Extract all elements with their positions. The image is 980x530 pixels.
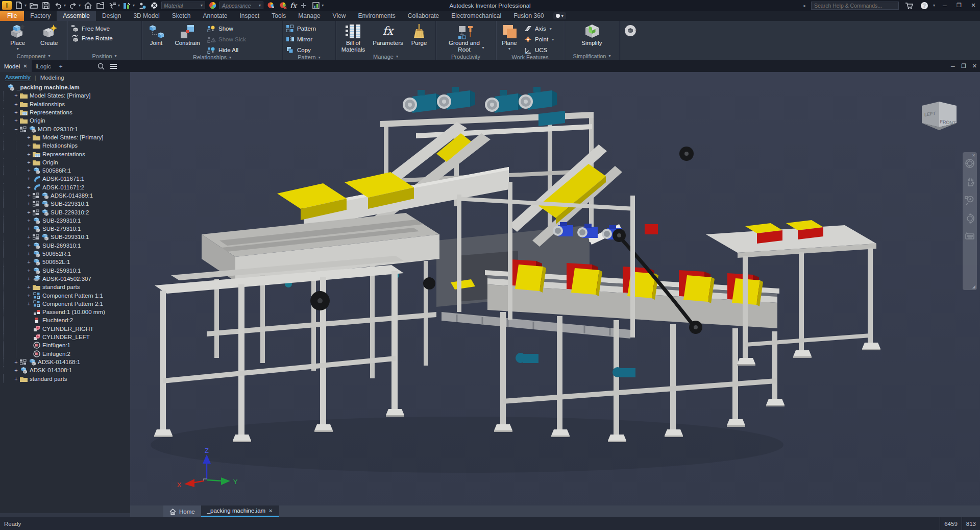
- tree-item[interactable]: +ADSK-011671:2: [0, 183, 130, 191]
- ucs-button[interactable]: UCS: [524, 46, 554, 54]
- browser-menu-icon[interactable]: [110, 63, 117, 69]
- navbar-close-icon[interactable]: ✕: [972, 153, 975, 158]
- tab-inspect[interactable]: Inspect: [234, 11, 266, 21]
- panel-label-work-features[interactable]: Work Features: [496, 54, 564, 60]
- panel-label-pattern[interactable]: Pattern▾: [283, 54, 335, 60]
- constrain-button[interactable]: Constrain: [172, 22, 203, 46]
- restore-button[interactable]: ❐: [954, 2, 964, 9]
- tab-3d-model[interactable]: 3D Model: [127, 11, 165, 21]
- tree-expander[interactable]: +: [26, 301, 32, 307]
- navigation-wheel-icon[interactable]: [965, 158, 975, 168]
- tree-item[interactable]: +ADSK-014389:1: [0, 191, 130, 200]
- parameters-button[interactable]: fx Parameters: [371, 22, 405, 46]
- tree-item[interactable]: Passend:1 (10.000 mm): [0, 308, 130, 316]
- free-move-button[interactable]: Free Move: [70, 25, 113, 33]
- panel-label-position[interactable]: Position▾: [67, 52, 141, 60]
- undo-icon[interactable]: [53, 1, 63, 10]
- tree-item[interactable]: +ADSK-014168:1: [0, 358, 130, 366]
- tab-factory[interactable]: Factory: [24, 11, 57, 21]
- minimize-button[interactable]: ─: [940, 3, 949, 9]
- tree-expander[interactable]: +: [26, 201, 32, 207]
- bill-of-materials-button[interactable]: Bill of Materials: [339, 22, 368, 53]
- doc-restore-button[interactable]: ❐: [961, 63, 966, 69]
- qat-customize-dropdown[interactable]: ▾: [322, 3, 324, 8]
- tree-expander[interactable]: +: [26, 176, 32, 182]
- tree-item[interactable]: +Model States: [Primary]: [0, 91, 130, 100]
- tree-item[interactable]: −MOD-029310:1: [0, 125, 130, 133]
- open-icon[interactable]: [29, 1, 39, 10]
- measure-dropdown[interactable]: ▾: [133, 3, 135, 8]
- tab-document[interactable]: _packing machine.iam ✕: [201, 505, 279, 517]
- measure-icon[interactable]: [122, 1, 132, 10]
- tree-expander[interactable]: +: [26, 134, 32, 140]
- tree-item[interactable]: +SUB-299310:1: [0, 233, 130, 241]
- joint-button[interactable]: Joint: [145, 22, 167, 46]
- tree-expander[interactable]: +: [26, 218, 32, 224]
- home-icon[interactable]: [83, 1, 93, 10]
- tree-item[interactable]: +Component Pattern 2:1: [0, 300, 130, 308]
- pan-icon[interactable]: [965, 177, 975, 187]
- tab-assemble[interactable]: Assemble: [57, 11, 96, 21]
- tree-expander[interactable]: +: [26, 284, 32, 290]
- tree-item[interactable]: +Representations: [0, 150, 130, 158]
- tree-item[interactable]: +500652R:1: [0, 250, 130, 258]
- tree-expander[interactable]: +: [26, 151, 32, 157]
- new-file-icon[interactable]: [14, 1, 24, 10]
- panel-label-simplification[interactable]: Simplification▾: [565, 52, 619, 60]
- tree-expander[interactable]: +: [26, 192, 32, 199]
- panel-label-manage[interactable]: Manage▾: [336, 53, 435, 60]
- plane-button[interactable]: Plane▾: [499, 22, 520, 51]
- tree-item[interactable]: +ADSK-011671:1: [0, 175, 130, 183]
- tree-expander[interactable]: +: [26, 276, 32, 282]
- user-icon[interactable]: [137, 1, 147, 10]
- view-cube[interactable]: LEFT FRONT: [919, 99, 960, 139]
- clear-appearance-icon[interactable]: [278, 1, 288, 10]
- tab-view[interactable]: View: [327, 11, 352, 21]
- navbar-expand-icon[interactable]: ◢: [972, 284, 975, 289]
- tree-expander[interactable]: +: [13, 376, 19, 382]
- tree-item[interactable]: +Relationships: [0, 100, 130, 108]
- tree-item[interactable]: +Component Pattern 1:1: [0, 291, 130, 299]
- tree-item[interactable]: +SUB-239310:1: [0, 216, 130, 225]
- tree-item[interactable]: CYLINDER_LEFT: [0, 333, 130, 341]
- doc-minimize-button[interactable]: ─: [951, 63, 955, 69]
- tree-item[interactable]: +ADSK-014308:1: [0, 366, 130, 374]
- doc-close-button[interactable]: ✕: [972, 63, 977, 69]
- zoom-icon[interactable]: [965, 195, 975, 205]
- tree-expander[interactable]: +: [13, 92, 19, 99]
- redo-icon[interactable]: [68, 1, 78, 10]
- tree-item[interactable]: +Model States: [Primary]: [0, 133, 130, 141]
- purge-button[interactable]: Purge: [408, 22, 430, 46]
- bom-quick-icon[interactable]: [311, 1, 321, 10]
- close-button[interactable]: ✕: [969, 2, 978, 9]
- help-dropdown[interactable]: ▾: [933, 3, 935, 8]
- tab-design[interactable]: Design: [96, 11, 127, 21]
- new-file-dropdown[interactable]: ▾: [24, 3, 27, 8]
- tab-sketch[interactable]: Sketch: [166, 11, 197, 21]
- ground-and-root-button[interactable]: Ground and Root▾: [446, 22, 486, 53]
- tree-expander[interactable]: +: [26, 142, 32, 149]
- record-button[interactable]: ▾: [553, 12, 567, 19]
- tree-item[interactable]: +Origin: [0, 158, 130, 166]
- viewport-3d[interactable]: LEFT FRONT ✕ ◢ Z Y X: [130, 72, 980, 505]
- inventor-logo-icon[interactable]: I: [2, 1, 12, 10]
- tree-expander[interactable]: +: [26, 243, 32, 249]
- tree-item[interactable]: +standard parts: [0, 374, 130, 382]
- appearance-combo[interactable]: Appearance▾: [219, 2, 263, 9]
- tree-item[interactable]: +ADSK-014502:307: [0, 275, 130, 283]
- ribbon-extra-dropdown[interactable]: ▾: [634, 28, 636, 60]
- tree-expander[interactable]: +: [13, 367, 19, 373]
- tree-expander[interactable]: +: [26, 226, 32, 232]
- adjust-appearance-icon[interactable]: [265, 1, 276, 10]
- tree-item[interactable]: +500652L:1: [0, 258, 130, 266]
- panel-label-productivity[interactable]: Productivity: [436, 53, 496, 60]
- isolate-dropdown[interactable]: ▾: [118, 3, 120, 8]
- simplify-button[interactable]: Simplify: [578, 22, 606, 46]
- tree-expander[interactable]: +: [26, 259, 32, 265]
- tree-item[interactable]: +SUB-279310:1: [0, 225, 130, 233]
- tab-tools[interactable]: Tools: [265, 11, 292, 21]
- copy-button[interactable]: Copy: [286, 46, 316, 54]
- pattern-button[interactable]: Pattern: [286, 25, 316, 33]
- panel-label-relationships[interactable]: Relationships▾: [142, 54, 282, 60]
- point-button[interactable]: Point▾: [524, 35, 554, 43]
